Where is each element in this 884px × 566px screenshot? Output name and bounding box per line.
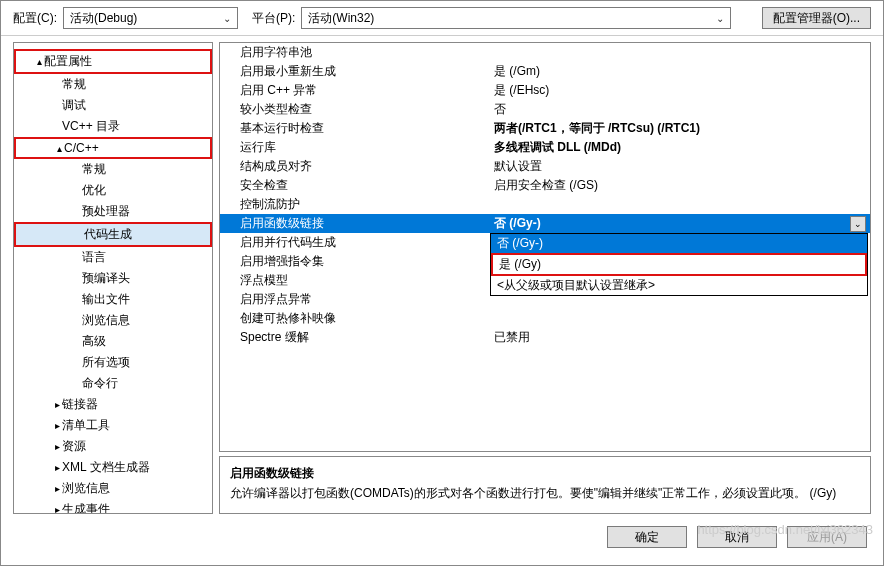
property-row[interactable]: 安全检查启用安全检查 (/GS) <box>220 176 870 195</box>
property-row[interactable]: 启用最小重新生成是 (/Gm) <box>220 62 870 81</box>
property-row[interactable]: 基本运行时检查两者(/RTC1，等同于 /RTCsu) (/RTC1) <box>220 119 870 138</box>
property-row[interactable]: 运行库多线程调试 DLL (/MDd) <box>220 138 870 157</box>
description-panel: 启用函数级链接 允许编译器以打包函数(COMDATs)的形式对各个函数进行打包。… <box>219 456 871 514</box>
platform-combo[interactable]: 活动(Win32) ⌄ <box>301 7 731 29</box>
tree-item[interactable]: 输出文件 <box>14 289 212 310</box>
tree-item[interactable]: 预处理器 <box>14 201 212 222</box>
caret-icon: ▸ <box>52 462 62 473</box>
property-row[interactable]: 控制流防护 <box>220 195 870 214</box>
tree-item[interactable]: ▴C/C++ <box>14 137 212 159</box>
caret-icon: ▸ <box>52 504 62 514</box>
tree-item[interactable]: 所有选项 <box>14 352 212 373</box>
tree-item[interactable]: ▸清单工具 <box>14 415 212 436</box>
description-title: 启用函数级链接 <box>230 465 860 482</box>
tree-item-label: C/C++ <box>64 141 99 155</box>
description-body: 允许编译器以打包函数(COMDATs)的形式对各个函数进行打包。要使"编辑并继续… <box>230 485 860 502</box>
tree-item[interactable]: 预编译头 <box>14 268 212 289</box>
config-combo[interactable]: 活动(Debug) ⌄ <box>63 7 238 29</box>
ok-button[interactable]: 确定 <box>607 526 687 548</box>
tree-item-label: 配置属性 <box>44 54 92 68</box>
tree-item[interactable]: 语言 <box>14 247 212 268</box>
property-name: 控制流防护 <box>220 196 490 213</box>
tree-item-label: 浏览信息 <box>62 481 110 495</box>
tree-item[interactable]: 优化 <box>14 180 212 201</box>
property-value[interactable]: 多线程调试 DLL (/MDd) <box>490 139 870 156</box>
tree-item[interactable]: 高级 <box>14 331 212 352</box>
tree-item-label: 代码生成 <box>84 227 132 241</box>
property-grid[interactable]: 启用字符串池启用最小重新生成是 (/Gm)启用 C++ 异常是 (/EHsc)较… <box>219 42 871 452</box>
property-name: 启用函数级链接 <box>220 215 490 232</box>
property-name: 较小类型检查 <box>220 101 490 118</box>
tree-item-label: 链接器 <box>62 397 98 411</box>
tree-item-label: 预编译头 <box>82 271 130 285</box>
cancel-button[interactable]: 取消 <box>697 526 777 548</box>
dropdown-item[interactable]: <从父级或项目默认设置继承> <box>491 276 867 295</box>
property-name: 运行库 <box>220 139 490 156</box>
tree-item[interactable]: ▴配置属性 <box>14 49 212 74</box>
property-row[interactable]: 创建可热修补映像 <box>220 309 870 328</box>
tree-item[interactable]: ▸资源 <box>14 436 212 457</box>
dropdown-item[interactable]: 是 (/Gy) <box>491 253 867 276</box>
property-name: 基本运行时检查 <box>220 120 490 137</box>
property-tree[interactable]: ▴配置属性常规调试VC++ 目录▴C/C++常规优化预处理器代码生成语言预编译头… <box>13 42 213 514</box>
property-value[interactable]: 是 (/Gm) <box>490 63 870 80</box>
platform-value: 活动(Win32) <box>308 10 374 27</box>
property-value[interactable]: 是 (/EHsc) <box>490 82 870 99</box>
tree-item[interactable]: 命令行 <box>14 373 212 394</box>
caret-icon: ▸ <box>52 441 62 452</box>
property-row[interactable]: 结构成员对齐默认设置 <box>220 157 870 176</box>
tree-item-label: VC++ 目录 <box>62 119 120 133</box>
config-manager-button[interactable]: 配置管理器(O)... <box>762 7 871 29</box>
chevron-down-icon: ⌄ <box>223 13 231 24</box>
tree-item-label: 语言 <box>82 250 106 264</box>
property-row[interactable]: 较小类型检查否 <box>220 100 870 119</box>
tree-item-label: 优化 <box>82 183 106 197</box>
tree-item-label: 生成事件 <box>62 502 110 514</box>
property-value[interactable]: 否 (/Gy-)⌄ <box>490 215 870 232</box>
tree-item[interactable]: 浏览信息 <box>14 310 212 331</box>
property-value[interactable]: 已禁用 <box>490 329 870 346</box>
chevron-down-icon: ⌄ <box>716 13 724 24</box>
config-value: 活动(Debug) <box>70 10 137 27</box>
tree-item[interactable]: ▸浏览信息 <box>14 478 212 499</box>
property-value[interactable]: 启用安全检查 (/GS) <box>490 177 870 194</box>
property-row[interactable]: 启用 C++ 异常是 (/EHsc) <box>220 81 870 100</box>
caret-icon: ▸ <box>52 399 62 410</box>
property-value[interactable]: 否 <box>490 101 870 118</box>
tree-item-label: 调试 <box>62 98 86 112</box>
tree-item-label: 常规 <box>62 77 86 91</box>
value-dropdown[interactable]: 否 (/Gy-)是 (/Gy)<从父级或项目默认设置继承> <box>490 233 868 296</box>
tree-item[interactable]: 常规 <box>14 74 212 95</box>
dropdown-item[interactable]: 否 (/Gy-) <box>491 234 867 253</box>
tree-item[interactable]: 调试 <box>14 95 212 116</box>
tree-item-label: 所有选项 <box>82 355 130 369</box>
property-name: 启用最小重新生成 <box>220 63 490 80</box>
property-row[interactable]: 启用函数级链接否 (/Gy-)⌄ <box>220 214 870 233</box>
tree-item-label: 清单工具 <box>62 418 110 432</box>
tree-item[interactable]: ▸链接器 <box>14 394 212 415</box>
chevron-down-icon[interactable]: ⌄ <box>850 216 866 232</box>
tree-item[interactable]: 代码生成 <box>14 222 212 247</box>
property-name: 启用浮点异常 <box>220 291 490 308</box>
property-name: Spectre 缓解 <box>220 329 490 346</box>
property-name: 结构成员对齐 <box>220 158 490 175</box>
tree-item-label: 预处理器 <box>82 204 130 218</box>
platform-label: 平台(P): <box>252 10 295 27</box>
property-row[interactable]: 启用字符串池 <box>220 43 870 62</box>
tree-item-label: 输出文件 <box>82 292 130 306</box>
property-name: 启用并行代码生成 <box>220 234 490 251</box>
caret-icon: ▴ <box>34 56 44 67</box>
property-value[interactable]: 两者(/RTC1，等同于 /RTCsu) (/RTC1) <box>490 120 870 137</box>
tree-item[interactable]: 常规 <box>14 159 212 180</box>
tree-item[interactable]: ▸XML 文档生成器 <box>14 457 212 478</box>
property-row[interactable]: Spectre 缓解已禁用 <box>220 328 870 347</box>
tree-item-label: 资源 <box>62 439 86 453</box>
caret-icon: ▴ <box>54 143 64 154</box>
property-name: 安全检查 <box>220 177 490 194</box>
property-value[interactable]: 默认设置 <box>490 158 870 175</box>
tree-item[interactable]: VC++ 目录 <box>14 116 212 137</box>
tree-item-label: 常规 <box>82 162 106 176</box>
tree-item[interactable]: ▸生成事件 <box>14 499 212 514</box>
tree-item-label: 高级 <box>82 334 106 348</box>
apply-button[interactable]: 应用(A) <box>787 526 867 548</box>
